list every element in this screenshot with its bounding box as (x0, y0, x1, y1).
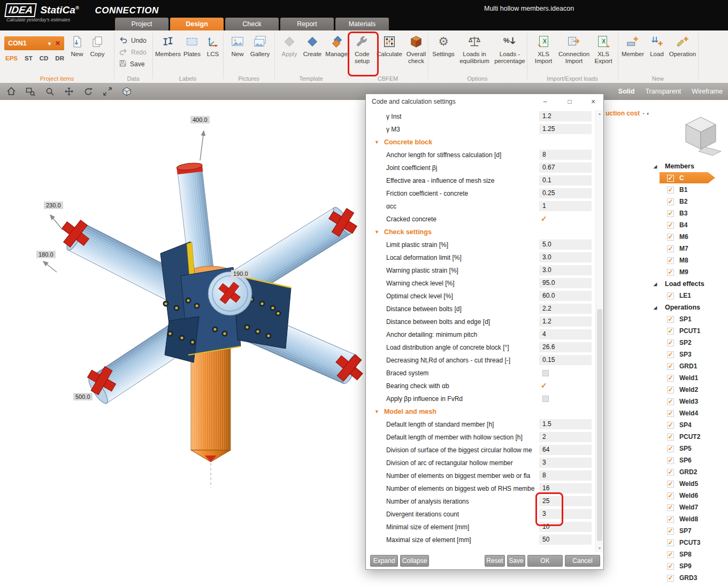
dialog-scrollbar[interactable]: ▲ ▼ (595, 110, 603, 552)
setting-value-input[interactable]: 8 (539, 150, 592, 160)
expand-button[interactable]: Expand (370, 555, 398, 567)
overall-check-button[interactable]: Overall check (404, 34, 428, 65)
checkbox-icon[interactable]: ✓ (667, 339, 674, 346)
tree-item-sp9[interactable]: ✓SP9 (648, 560, 728, 572)
checkbox-icon[interactable]: ✓ (667, 492, 674, 499)
tree-item-weld7[interactable]: ✓Weld7 (648, 501, 728, 513)
setting-checkbox[interactable] (542, 396, 549, 402)
setting-value-input[interactable]: 5.0 (539, 240, 592, 250)
setting-value-input[interactable]: 2 (539, 432, 592, 442)
tree-item-sp1[interactable]: ✓SP1 (648, 313, 728, 325)
save-button-dialog[interactable]: Save (507, 555, 525, 567)
expander-icon[interactable]: ◢ (654, 282, 661, 287)
new-load-button[interactable]: Load (647, 34, 666, 58)
section-collapse-icon[interactable]: ▼ (374, 409, 379, 414)
tree-item-b3[interactable]: ✓B3 (648, 207, 728, 219)
checkbox-icon[interactable]: ✓ (667, 398, 674, 405)
setting-value-input[interactable]: 1 (539, 201, 592, 211)
checkbox-icon[interactable]: ✓ (667, 469, 674, 476)
3d-scene[interactable] (0, 96, 412, 524)
checkbox-icon[interactable]: ✓ (667, 234, 674, 241)
zoom-window-icon[interactable] (22, 85, 39, 98)
checkbox-icon[interactable]: ✓ (667, 481, 674, 488)
zoom-icon[interactable] (42, 85, 58, 98)
setting-value-input[interactable]: 0.15 (539, 355, 592, 365)
template-apply-button[interactable]: Apply (279, 34, 300, 58)
tree-item-sp5[interactable]: ✓SP5 (648, 443, 728, 454)
calculate-button[interactable]: Calculate (376, 34, 403, 58)
tree-item-pcut3[interactable]: ✓PCUT3 (648, 537, 728, 549)
gallery-button[interactable]: Gallery (248, 34, 272, 58)
checkbox-icon[interactable]: ✓ (667, 292, 674, 299)
setting-value-input[interactable]: 16 (539, 483, 592, 493)
rotate-view-icon[interactable] (80, 85, 96, 98)
tree-group-members[interactable]: ◢Members (648, 160, 728, 172)
home-view-icon[interactable] (3, 85, 19, 98)
checkbox-icon[interactable]: ✓ (667, 575, 674, 582)
setting-value-input[interactable]: 0.1 (539, 175, 592, 186)
mode-st[interactable]: ST (25, 55, 33, 61)
loads-percentage-button[interactable]: % Loads - percentage (493, 34, 526, 65)
tree-item-sp6[interactable]: ✓SP6 (648, 454, 728, 466)
checkbox-icon[interactable]: ✓ (667, 363, 674, 370)
labels-members-button[interactable]: Members (156, 34, 180, 58)
mode-solid[interactable]: Solid (618, 88, 635, 95)
tree-item-grd2[interactable]: ✓GRD2 (648, 466, 728, 478)
checkbox-icon[interactable]: ✓ (667, 198, 674, 205)
tree-item-m6[interactable]: ✓M6 (648, 231, 728, 243)
tree-item-m7[interactable]: ✓M7 (648, 243, 728, 254)
checkbox-icon[interactable]: ✓ (667, 422, 674, 429)
tree-item-sp4[interactable]: ✓SP4 (648, 419, 728, 431)
setting-value-input[interactable]: 64 (539, 445, 592, 455)
tree-item-grd1[interactable]: ✓GRD1 (648, 360, 728, 372)
new-project-item-button[interactable]: New (67, 34, 87, 58)
setting-value-input[interactable]: 1.2 (539, 111, 592, 121)
tree-item-grd3[interactable]: ✓GRD3 (648, 572, 728, 584)
mode-wireframe[interactable]: Wireframe (692, 88, 723, 95)
redo-button[interactable]: Redo (119, 47, 147, 58)
labels-plates-button[interactable]: Plates (181, 34, 203, 58)
setting-value-input[interactable]: 10 (539, 522, 592, 532)
settings-button[interactable]: ⚙ Settings (431, 34, 456, 58)
setting-value-input[interactable]: 50 (539, 535, 592, 545)
setting-checkbox[interactable]: ✓ (541, 381, 547, 390)
setting-value-input[interactable]: 3 (539, 458, 592, 468)
setting-value-input[interactable]: 1.25 (539, 124, 592, 134)
collapse-button[interactable]: Collapse (400, 555, 429, 567)
checkbox-icon[interactable]: ✓ (667, 375, 674, 382)
labels-lcs-button[interactable]: LCS (204, 34, 222, 58)
expander-icon[interactable]: ◢ (654, 305, 661, 310)
cancel-button[interactable]: Cancel (565, 555, 600, 567)
tab-design[interactable]: Design (170, 18, 224, 30)
section-collapse-icon[interactable]: ▼ (374, 140, 379, 145)
close-icon[interactable]: × (584, 94, 602, 109)
setting-value-input[interactable]: 4 (539, 329, 592, 339)
connection-selector[interactable]: CON1 ▾ ✕ (4, 36, 64, 50)
delete-connection-icon[interactable]: ✕ (55, 40, 60, 47)
tree-item-weld5[interactable]: ✓Weld5 (648, 478, 728, 490)
scroll-down-icon[interactable]: ▼ (596, 546, 603, 550)
checkbox-icon[interactable]: ✓ (667, 328, 674, 335)
setting-checkbox[interactable]: ✓ (541, 214, 547, 223)
new-member-button[interactable]: Member (619, 34, 646, 58)
loads-equilibrium-button[interactable]: Loads in equilibrium (458, 34, 491, 65)
tree-item-b2[interactable]: ✓B2 (648, 196, 728, 207)
setting-value-input[interactable]: 3 (539, 509, 592, 519)
mode-transparent[interactable]: Transparent (645, 88, 681, 95)
section-collapse-icon[interactable]: ▼ (374, 229, 379, 235)
xls-import-button[interactable]: X XLS Import (530, 34, 557, 65)
setting-value-input[interactable]: 0.25 (539, 188, 592, 198)
tab-materials[interactable]: Materials (335, 18, 389, 30)
tree-item-weld4[interactable]: ✓Weld4 (648, 407, 728, 419)
3d-viewport[interactable]: 400.0 230.0 180.0 190.0 500.0 (0, 100, 728, 587)
setting-value-input[interactable]: 3.0 (539, 265, 592, 275)
setting-value-input[interactable]: 0.67 (539, 163, 592, 173)
checkbox-icon[interactable]: ✓ (667, 504, 674, 511)
tree-item-m8[interactable]: ✓M8 (648, 254, 728, 266)
tab-report[interactable]: Report (280, 18, 334, 30)
checkbox-icon[interactable]: ✓ (667, 563, 674, 570)
template-create-button[interactable]: Create (301, 34, 324, 58)
tree-item-sp7[interactable]: ✓SP7 (648, 525, 728, 537)
checkbox-icon[interactable]: ✓ (667, 175, 674, 182)
tree-item-weld8[interactable]: ✓Weld8 (648, 513, 728, 525)
